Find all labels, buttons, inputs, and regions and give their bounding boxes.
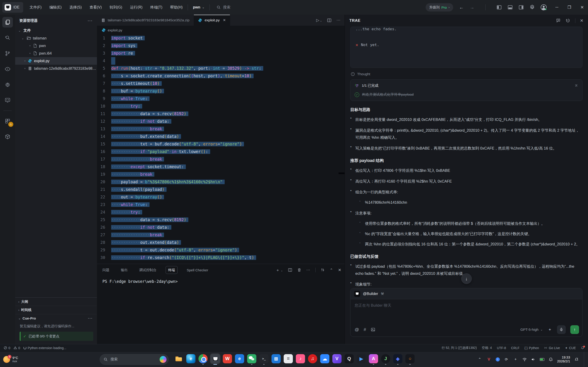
split-terminal-button[interactable] bbox=[288, 268, 292, 272]
toggle-right-panel-button[interactable] bbox=[519, 5, 524, 10]
code-line[interactable]: 1import·socket bbox=[97, 34, 341, 42]
code-line[interactable]: 5def·run(host:·str·=·"8.147.132.32",·por… bbox=[97, 65, 341, 72]
panel-tab-problems[interactable]: 问题 bbox=[100, 266, 112, 274]
wps-tray-icon[interactable]: V bbox=[486, 357, 492, 362]
menu-edit[interactable]: 编辑(E) bbox=[49, 5, 61, 10]
taskbar-app-qq[interactable]: Q bbox=[344, 354, 354, 365]
panel-more-button[interactable]: ··· bbox=[306, 268, 310, 272]
show-desktop-strip[interactable] bbox=[584, 352, 585, 367]
cue-pro-section[interactable]: ⌄ Cue-Pro ··· bbox=[15, 314, 97, 322]
code-line[interactable]: 16············if·"payload"·in·txt.lower(… bbox=[97, 148, 341, 156]
builder-agent-label[interactable]: @Builder bbox=[363, 292, 378, 296]
panel-tab-spell-checker[interactable]: Spell Checker bbox=[184, 266, 210, 274]
outline-section[interactable]: › 大纲 bbox=[15, 298, 97, 306]
taskbar-app-file-explorer[interactable] bbox=[174, 354, 184, 365]
maximize-panel-button[interactable]: ⌃ bbox=[330, 268, 333, 273]
run-python-button[interactable]: ▷ ⌄ bbox=[316, 18, 322, 23]
taskbar-app-ie-browser[interactable]: e bbox=[234, 354, 245, 365]
code-line[interactable]: 12············if·not·data: bbox=[97, 118, 341, 125]
global-search[interactable]: 搜索 bbox=[216, 5, 230, 10]
terminal-output[interactable]: PS F:\edge browser\web-2day\pwn> bbox=[97, 276, 345, 284]
chat-input[interactable]: 您正在与 Builder 聊天 bbox=[351, 299, 582, 325]
timeline-section[interactable]: › 时间线 bbox=[15, 306, 97, 314]
enhance-prompt-icon[interactable]: ✦ bbox=[548, 327, 552, 332]
chat-message-area[interactable]: ...the echo fades. ✕Not yet. Thought 1/1… bbox=[345, 27, 588, 287]
new-terminal-button[interactable]: ＋ ⌄ bbox=[276, 267, 283, 273]
activity-extensions[interactable]: ⚠ bbox=[2, 116, 13, 126]
taskbar-app-chrome[interactable] bbox=[198, 354, 208, 365]
window-close-button[interactable]: ✕ bbox=[580, 5, 584, 10]
history-icon[interactable] bbox=[565, 18, 571, 23]
activity-search[interactable] bbox=[2, 33, 13, 43]
taskbar-app-edge[interactable]: e bbox=[186, 354, 196, 365]
upgrade-pro-button[interactable]: 升级到 Pro › bbox=[426, 3, 453, 11]
code-line[interactable]: 24········try: bbox=[97, 209, 341, 216]
taskbar-clock[interactable]: 19:33 2026/2/1 bbox=[557, 356, 570, 363]
widgets-weather[interactable]: 4 9°C nux bbox=[0, 356, 46, 363]
collapse-icon[interactable] bbox=[574, 84, 578, 88]
code-line[interactable]: 21····s.sendall(payload) bbox=[97, 186, 341, 193]
nav-forward-button[interactable]: → bbox=[470, 5, 474, 10]
menu-view[interactable]: 查看(V) bbox=[90, 5, 102, 10]
code-line[interactable]: 23····while·True: bbox=[97, 201, 341, 209]
code-line[interactable]: 25············data·=·s.recv(8192) bbox=[97, 216, 341, 224]
volume-icon[interactable] bbox=[531, 357, 536, 362]
cue-pro-more-button[interactable]: ··· bbox=[88, 316, 93, 320]
menu-selection[interactable]: 选择(S) bbox=[69, 5, 82, 10]
send-button[interactable]: ↑ bbox=[570, 325, 579, 334]
voice-input-button[interactable] bbox=[557, 325, 566, 334]
code-line[interactable]: 10········try: bbox=[97, 102, 341, 110]
activity-code-window[interactable] bbox=[2, 95, 13, 106]
taskbar-app-netease-music[interactable]: ♫ bbox=[308, 354, 318, 365]
taskbar-app-trae-ide[interactable] bbox=[210, 354, 220, 365]
battery-icon[interactable] bbox=[540, 358, 544, 361]
code-line[interactable]: 8····buf·=·bytearray() bbox=[97, 87, 341, 95]
code-editor[interactable]: 1import·socket2import·sys3import·re45def… bbox=[97, 34, 341, 263]
code-line[interactable]: 30············if·re.search("(ICQ\{[^}]+\… bbox=[97, 254, 341, 261]
nav-back-button[interactable]: ← bbox=[459, 5, 464, 10]
taskbar-app-violet-app[interactable]: V bbox=[332, 354, 342, 365]
taskbar-app-wechat[interactable] bbox=[247, 354, 257, 365]
code-line[interactable]: 14············buf.extend(data) bbox=[97, 133, 341, 140]
wifi-icon[interactable] bbox=[522, 357, 527, 362]
taskbar-app-video-player[interactable]: ▶ bbox=[356, 354, 366, 365]
toggle-left-panel-button[interactable] bbox=[497, 5, 502, 10]
eol-sequence[interactable]: CRLF bbox=[511, 346, 519, 350]
app-logo-chip[interactable]: IDE bbox=[2, 2, 23, 13]
code-line[interactable]: 19············break bbox=[97, 171, 341, 178]
split-editor-button[interactable] bbox=[327, 18, 331, 23]
window-minimize-button[interactable]: ─ bbox=[555, 5, 558, 10]
code-line[interactable]: 15············txt·=·buf.decode("utf-8",·… bbox=[97, 140, 341, 148]
taskbar-app-jadx[interactable]: J bbox=[380, 354, 391, 365]
tree-section-files[interactable]: ⌄ 文件 bbox=[15, 27, 97, 34]
tree-file-exploit-py[interactable]: exploit.py bbox=[15, 57, 97, 65]
encoding[interactable]: UTF-8 bbox=[497, 346, 506, 350]
close-panel-icon[interactable]: ✕ bbox=[580, 18, 583, 23]
go-live-button[interactable]: Go Live bbox=[544, 346, 560, 350]
code-line[interactable]: 7····s.settimeout(10) bbox=[97, 80, 341, 87]
menu-terminal[interactable]: 终端(T) bbox=[150, 5, 162, 10]
code-line[interactable]: 20····payload·=·b"%3$47806c%1$hn%3$4160c… bbox=[97, 178, 341, 186]
cue-pro-status[interactable]: ✓ 已处理 0/0 个变更点 bbox=[20, 332, 93, 341]
activity-packages[interactable] bbox=[2, 131, 13, 142]
activity-preview[interactable] bbox=[2, 64, 13, 74]
activity-source-control[interactable] bbox=[2, 48, 13, 59]
thought-row[interactable]: Thought bbox=[351, 72, 582, 76]
taskbar-app-orange-search[interactable]: ○ bbox=[405, 354, 415, 365]
code-line[interactable]: 6····s·=·socket.create_connection((host,… bbox=[97, 72, 341, 80]
code-line[interactable]: 26············if·not·data: bbox=[97, 224, 341, 231]
code-line[interactable]: 3import·re bbox=[97, 50, 341, 57]
sync-tray-icon[interactable]: ⟳ bbox=[504, 357, 509, 361]
activity-debug[interactable] bbox=[2, 79, 13, 90]
toggle-bottom-panel-button[interactable] bbox=[508, 5, 513, 10]
activity-explorer[interactable] bbox=[2, 17, 13, 27]
code-line[interactable]: 29············t·=·out.decode("utf-8",·er… bbox=[97, 246, 341, 254]
explorer-more-button[interactable]: ··· bbox=[88, 19, 93, 23]
taskbar-app-calculator[interactable]: = bbox=[283, 354, 293, 365]
language-mode[interactable]: { } Python bbox=[525, 346, 539, 350]
kill-terminal-button[interactable] bbox=[297, 268, 301, 272]
attach-image-icon[interactable] bbox=[371, 327, 375, 332]
new-chat-icon[interactable] bbox=[556, 18, 561, 23]
code-line[interactable]: 22····out·=·bytearray() bbox=[97, 193, 341, 201]
code-line[interactable]: 13················break bbox=[97, 125, 341, 133]
